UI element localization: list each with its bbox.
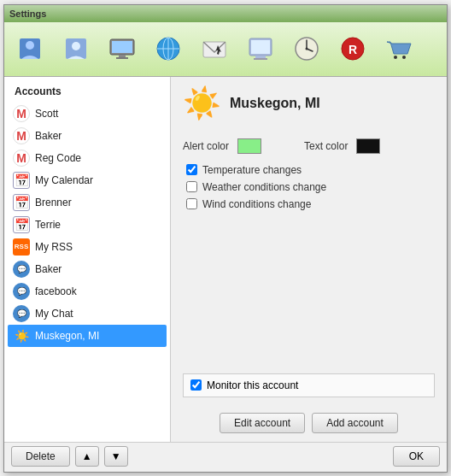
clock-tab[interactable] [284,26,329,71]
desktop-icon [247,35,274,62]
web-icon [155,35,182,62]
monitor-row: Monitor this account [183,373,435,397]
ok-button[interactable]: OK [393,446,440,467]
svg-rect-7 [116,57,128,59]
text-color-label: Text color [304,140,348,152]
calendar-icon: 📅 [13,216,30,233]
contacts-icon [62,35,90,62]
svg-point-26 [402,56,406,59]
sidebar-item-baker2[interactable]: 💬 Baker [8,258,167,280]
sidebar-item-label: Terrie [35,219,61,231]
sidebar-item-baker1[interactable]: M Baker [8,125,167,147]
add-account-button[interactable]: Add account [312,413,398,433]
sidebar-item-mychat[interactable]: 💬 My Chat [8,303,167,325]
web-tab[interactable] [146,26,190,71]
talk-icon: 💬 [13,261,30,278]
weather-conditions-label: Weather conditions change [202,181,326,193]
sidebar-item-terrie[interactable]: 📅 Terrie [8,214,167,236]
checkboxes-group: Temperature changes Weather conditions c… [183,164,435,210]
sidebar-item-muskegon[interactable]: ☀️ Muskegon, MI [8,325,167,347]
weather-icon: ☀️ [13,327,30,344]
detail-location: Muskegon, MI [230,96,320,111]
sidebar-item-label: Brenner [35,197,72,209]
window-title: Settings [9,9,46,19]
color-row: Alert color Text color [183,138,435,154]
svg-rect-17 [254,58,267,60]
calendar-icon: 📅 [13,194,30,211]
contacts-tab[interactable] [54,26,98,71]
mail-icon [201,35,228,62]
weather-sun-icon: ☀️ [183,85,221,121]
edit-account-button[interactable]: Edit account [220,413,305,433]
monitor-label: Monitor this account [207,379,298,391]
sidebar-item-label: Muskegon, MI [35,330,99,342]
wind-conditions-label: Wind conditions change [202,198,311,210]
svg-point-25 [394,56,397,59]
svg-rect-5 [112,41,132,53]
text-color-swatch[interactable] [356,138,380,154]
wind-conditions-checkbox[interactable]: Wind conditions change [186,198,435,210]
sidebar-item-label: My Calendar [35,174,93,186]
news-icon: R [339,35,366,62]
weather-conditions-input[interactable] [186,181,197,192]
action-buttons: Edit account Add account [183,404,435,433]
mail-tab[interactable] [192,26,237,71]
accounts-icon [16,35,44,62]
sidebar-item-label: facebook [35,285,77,297]
sidebar-item-mycalendar[interactable]: 📅 My Calendar [8,169,167,191]
sidebar-item-regcode[interactable]: M Reg Code [8,147,167,169]
gmail-icon: M [13,150,30,167]
temperature-label: Temperature changes [202,164,302,176]
accounts-tab[interactable] [8,26,52,71]
svg-text:R: R [348,43,357,56]
detail-header: ☀️ Muskegon, MI [183,85,435,126]
shopping-tab[interactable] [377,26,421,71]
sidebar-item-label: My RSS [35,241,73,253]
temperature-checkbox-input[interactable] [186,164,197,175]
monitor-checkbox[interactable] [190,379,202,391]
accounts-sidebar: Accounts M Scott M Baker M Reg Code 📅 My… [4,77,171,442]
svg-rect-16 [255,56,266,58]
news-tab[interactable]: R [331,26,375,71]
bottom-bar: Delete ▲ ▼ OK [4,442,447,472]
monitor-icon [108,35,136,62]
svg-point-3 [72,42,80,50]
move-down-button[interactable]: ▼ [104,446,128,467]
svg-marker-24 [387,42,411,54]
desktop-tab[interactable] [238,26,283,71]
gmail-icon: M [13,105,30,122]
main-content: Accounts M Scott M Baker M Reg Code 📅 My… [4,77,447,442]
talk-icon: 💬 [13,283,30,300]
wind-conditions-input[interactable] [186,198,197,209]
move-up-button[interactable]: ▲ [75,446,99,467]
calendar-icon: 📅 [13,172,30,189]
sidebar-item-brenner[interactable]: 📅 Brenner [8,191,167,214]
sidebar-item-label: Baker [35,263,62,275]
shopping-icon [385,35,413,62]
sidebar-item-label: Baker [35,130,62,142]
sidebar-item-label: My Chat [35,308,73,320]
sidebar-item-scott[interactable]: M Scott [8,103,167,125]
talk-icon: 💬 [13,305,30,322]
gmail-icon: M [13,127,30,144]
detail-panel: ☀️ Muskegon, MI Alert color Text color T… [171,77,447,442]
clock-icon [293,35,320,62]
monitor-tab[interactable] [100,26,144,71]
sidebar-item-myrss[interactable]: RSS My RSS [8,236,167,258]
rss-icon: RSS [13,238,30,256]
sidebar-item-label: Reg Code [35,152,81,164]
title-bar: Settings [4,5,447,22]
svg-point-1 [26,41,34,50]
toolbar: R [4,22,447,77]
svg-rect-15 [251,40,270,54]
delete-button[interactable]: Delete [11,446,70,467]
svg-rect-6 [119,55,126,57]
temperature-changes-checkbox[interactable]: Temperature changes [186,164,435,176]
alert-color-swatch[interactable] [237,138,261,154]
sidebar-item-label: Scott [35,108,58,120]
alert-color-label: Alert color [183,140,229,152]
weather-conditions-checkbox[interactable]: Weather conditions change [186,181,435,193]
sidebar-title: Accounts [8,84,167,103]
sidebar-item-facebook[interactable]: 💬 facebook [8,280,167,303]
settings-window: Settings [3,4,448,473]
